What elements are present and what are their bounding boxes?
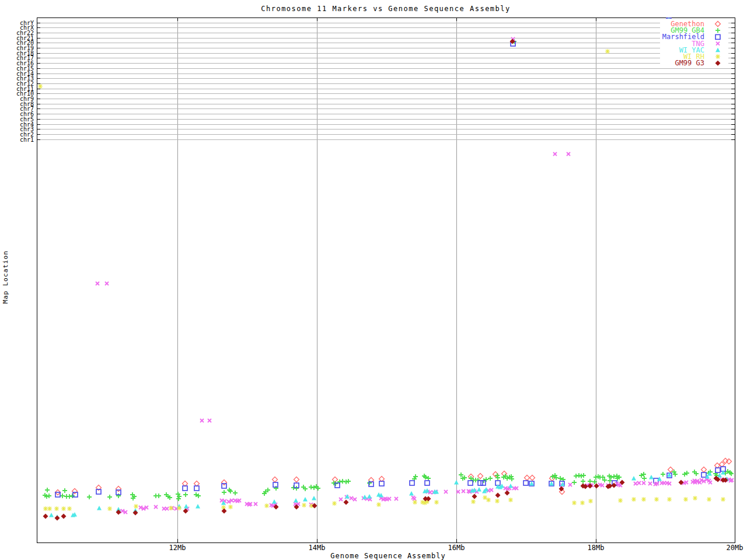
marker-wi-yac (362, 495, 367, 499)
marker-genethon (183, 481, 188, 487)
marker-tng (350, 496, 353, 500)
marker-gm99-gb4 (340, 479, 345, 484)
marker-genethon (720, 462, 725, 467)
marker-wi-rh (61, 506, 66, 511)
marker-marshfield (410, 481, 414, 485)
marker-wi-rh (264, 503, 269, 508)
marker-wi-rh (107, 506, 112, 511)
marker-wi-rh (376, 502, 381, 507)
marker-wi-yac (294, 498, 298, 503)
marker-wi-yac (367, 494, 372, 499)
marker-wi-rh (683, 497, 688, 502)
marker-wi-rh (43, 506, 48, 511)
marker-genethon (379, 477, 385, 482)
marker-gm99-gb4 (62, 488, 67, 493)
marker-tng (154, 505, 158, 509)
marker-tng (568, 483, 572, 487)
marker-tng (339, 498, 343, 501)
marker-tng (456, 490, 460, 494)
x-tick-label: 16Mb (448, 544, 465, 552)
marker-tng (353, 498, 357, 501)
marker-gm99-gb4 (233, 491, 238, 495)
marker-tng (567, 152, 570, 156)
marker-genethon (530, 475, 535, 481)
marker-genethon (273, 477, 278, 482)
marker-tng (490, 488, 493, 492)
marker-wi-yac (721, 470, 725, 475)
marker-tng (634, 482, 637, 485)
marker-wi-rh (654, 497, 659, 502)
marker-genethon (701, 467, 707, 473)
marker-gm99-gb4 (488, 476, 493, 481)
marker-marshfield (468, 481, 473, 485)
marker-wi-rh (618, 498, 623, 503)
marker-gm99-g3 (312, 503, 317, 509)
marker-gm99-gb4 (60, 494, 65, 498)
marker-gm99-gb4 (581, 473, 586, 478)
marker-genethon (116, 487, 121, 492)
marker-wi-rh (580, 501, 585, 505)
marker-tng (254, 502, 257, 506)
marker-gm99-gb4 (309, 485, 313, 489)
marker-gm99-gb4 (107, 495, 112, 499)
marker-gm99-gb4 (581, 479, 585, 484)
marker-wi-rh (67, 506, 72, 511)
marker-wi-yac (631, 476, 636, 481)
plot-canvas: Chromosome 11 Markers vs Genome Sequence… (0, 0, 747, 560)
marker-gm99-gb4 (344, 480, 348, 484)
marker-gm99-gb4 (642, 476, 647, 481)
marker-wi-rh (508, 498, 513, 502)
marker-wi-yac (409, 491, 414, 496)
marker-wi-rh (631, 497, 636, 502)
marker-wi-yac (508, 484, 513, 488)
marker-genethon (222, 480, 227, 485)
marker-wi-rh (413, 500, 417, 505)
marker-wi-rh (667, 497, 672, 502)
legend-marker-icon (715, 54, 720, 59)
marker-wi-rh (332, 501, 337, 506)
marker-wi-rh (228, 505, 233, 509)
marker-gm99-gb4 (176, 496, 181, 501)
marker-gm99-g3 (505, 491, 510, 496)
marker-wi-yac (49, 513, 54, 517)
marker-wi-rh (47, 506, 52, 511)
marker-tng (648, 482, 652, 485)
legend-label: GM99 G3 (675, 59, 704, 67)
marker-wi-yac (97, 506, 102, 510)
marker-marshfield (273, 482, 278, 487)
marker-wi-yac (196, 504, 200, 509)
marker-wi-rh (495, 499, 500, 503)
marker-tng (200, 419, 204, 422)
marker-gm99-gb4 (588, 479, 592, 484)
marker-gm99-gb4 (594, 475, 598, 480)
marker-gm99-g3 (495, 493, 501, 498)
marker-gm99-gb4 (574, 474, 578, 478)
plot-frame (37, 18, 735, 542)
marker-gm99-gb4 (45, 488, 50, 492)
marker-wi-yac (312, 496, 316, 501)
marker-wi-yac (529, 481, 534, 486)
marker-marshfield (523, 481, 528, 485)
marker-gm99-gb4 (183, 492, 188, 497)
marker-wi-rh (483, 495, 487, 500)
marker-wi-rh (707, 497, 711, 502)
marker-tng (165, 507, 169, 510)
marker-wi-rh (471, 499, 476, 504)
marker-genethon (715, 463, 720, 468)
marker-wi-yac (477, 487, 481, 492)
marker-gm99-gb4 (156, 494, 161, 498)
marker-wi-rh (693, 496, 697, 501)
marker-wi-yac (649, 475, 654, 480)
marker-gm99-gb4 (67, 494, 72, 499)
marker-marshfield (425, 481, 430, 485)
marker-gm99-g3 (620, 480, 625, 485)
marker-genethon (333, 477, 338, 482)
marker-gm99-gb4 (572, 480, 577, 485)
marker-tng (105, 282, 109, 285)
marker-genethon (194, 481, 200, 487)
marker-marshfield (701, 473, 706, 477)
plot-area: 12Mb14Mb16Mb18Mb20MbchrYchrXchr22chr21ch… (0, 0, 747, 560)
marker-wi-rh (641, 497, 646, 502)
marker-wi-rh (177, 506, 181, 510)
marker-wi-rh (605, 49, 610, 54)
